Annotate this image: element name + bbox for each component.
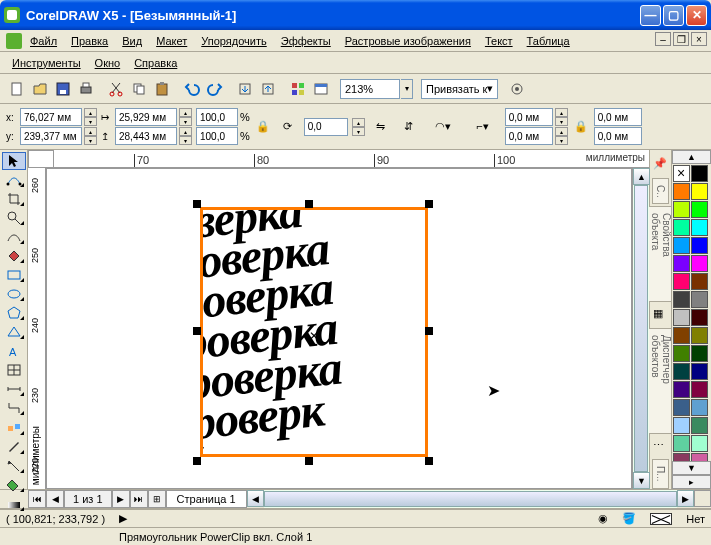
swatch[interactable] bbox=[691, 255, 708, 272]
page-next-button[interactable]: ▶ bbox=[112, 490, 130, 508]
selection-handle-nw[interactable] bbox=[193, 200, 201, 208]
lock-corner-button[interactable]: 🔒 bbox=[572, 108, 590, 146]
table-tool[interactable] bbox=[2, 361, 26, 379]
height-input[interactable] bbox=[115, 127, 177, 145]
horizontal-scrollbar[interactable]: ◀ ▶ bbox=[247, 490, 694, 508]
y-spinner[interactable]: ▴▾ bbox=[84, 127, 97, 145]
open-button[interactable] bbox=[29, 78, 51, 100]
page-tab-1[interactable]: Страница 1 bbox=[166, 490, 247, 508]
width-input[interactable] bbox=[115, 108, 177, 126]
polygon-tool[interactable] bbox=[2, 304, 26, 322]
swatch[interactable] bbox=[691, 363, 708, 380]
freehand-tool[interactable] bbox=[2, 228, 26, 246]
swatch[interactable] bbox=[691, 453, 708, 461]
swatch[interactable] bbox=[673, 417, 690, 434]
swatch[interactable] bbox=[673, 309, 690, 326]
menu-file[interactable]: Файл bbox=[24, 33, 63, 49]
swatch[interactable] bbox=[691, 417, 708, 434]
menu-text[interactable]: Текст bbox=[479, 33, 519, 49]
scroll-right-button[interactable]: ▶ bbox=[677, 490, 694, 507]
corner-radius-1[interactable]: 0,0 мм bbox=[505, 108, 553, 126]
scale-y-input[interactable] bbox=[196, 127, 238, 145]
menu-view[interactable]: Вид bbox=[116, 33, 148, 49]
ruler-horizontal[interactable]: 70 80 90 100 миллиметры bbox=[54, 150, 649, 168]
selection-handle-sw[interactable] bbox=[193, 457, 201, 465]
swatch[interactable] bbox=[673, 183, 690, 200]
undo-button[interactable] bbox=[181, 78, 203, 100]
y-position-input[interactable] bbox=[20, 127, 82, 145]
vertical-scrollbar[interactable]: ▲ ▼ bbox=[632, 168, 649, 489]
color-proof-icon[interactable]: ◉ bbox=[598, 512, 608, 525]
save-button[interactable] bbox=[52, 78, 74, 100]
corner-radius-2[interactable]: 0,0 мм bbox=[505, 127, 553, 145]
page-add-button[interactable]: ⊞ bbox=[148, 490, 166, 508]
selection-handle-e[interactable] bbox=[425, 327, 433, 335]
page-first-button[interactable]: ⏮ bbox=[28, 490, 46, 508]
h-spinner[interactable]: ▴▾ bbox=[179, 127, 192, 145]
outline-tool[interactable] bbox=[2, 457, 26, 475]
mirror-horizontal-button[interactable]: ⇋ bbox=[369, 115, 393, 139]
scale-x-input[interactable] bbox=[196, 108, 238, 126]
cr2-spinner[interactable]: ▴▾ bbox=[555, 127, 568, 145]
menu-bitmaps[interactable]: Растровые изображения bbox=[339, 33, 477, 49]
print-button[interactable] bbox=[75, 78, 97, 100]
smart-fill-tool[interactable] bbox=[2, 247, 26, 265]
w-spinner[interactable]: ▴▾ bbox=[179, 108, 192, 126]
mdi-minimize-button[interactable]: – bbox=[655, 32, 671, 46]
swatch[interactable] bbox=[673, 327, 690, 344]
swatch[interactable] bbox=[691, 183, 708, 200]
menu-layout[interactable]: Макет bbox=[150, 33, 193, 49]
x-position-input[interactable] bbox=[20, 108, 82, 126]
ruler-vertical[interactable]: 260 250 240 230 220 миллиметры bbox=[28, 168, 46, 489]
scroll-down-button[interactable]: ▼ bbox=[633, 472, 650, 489]
vscroll-thumb[interactable] bbox=[634, 185, 648, 472]
mdi-close-button[interactable]: × bbox=[691, 32, 707, 46]
swatch[interactable] bbox=[691, 399, 708, 416]
ruler-origin[interactable] bbox=[28, 150, 54, 168]
swatch[interactable] bbox=[691, 201, 708, 218]
rectangle-tool[interactable] bbox=[2, 266, 26, 284]
crop-tool[interactable] bbox=[2, 190, 26, 208]
menu-table[interactable]: Таблица bbox=[521, 33, 576, 49]
docker-hints[interactable]: С.. bbox=[652, 178, 669, 205]
menu-arrange[interactable]: Упорядочить bbox=[195, 33, 272, 49]
menu-tools[interactable]: Инструменты bbox=[6, 55, 87, 71]
swatch[interactable] bbox=[691, 327, 708, 344]
swatch[interactable] bbox=[673, 381, 690, 398]
window-minimize-button[interactable]: — bbox=[640, 5, 661, 26]
x-spinner[interactable]: ▴▾ bbox=[84, 108, 97, 126]
welcome-button[interactable] bbox=[310, 78, 332, 100]
docker-pin-icon[interactable]: 📌 bbox=[653, 157, 669, 173]
fill-none-swatch[interactable] bbox=[650, 513, 672, 525]
swatch[interactable] bbox=[691, 219, 708, 236]
snap-to-dropdown[interactable]: Привязать к ▾ bbox=[421, 79, 498, 99]
window-maximize-button[interactable]: ▢ bbox=[663, 5, 684, 26]
swatch[interactable] bbox=[673, 291, 690, 308]
swatch[interactable] bbox=[673, 399, 690, 416]
pick-tool[interactable] bbox=[2, 152, 26, 170]
paste-button[interactable] bbox=[151, 78, 173, 100]
mirror-vertical-button[interactable]: ⇵ bbox=[397, 115, 421, 139]
selection-handle-w[interactable] bbox=[193, 327, 201, 335]
cr1-spinner[interactable]: ▴▾ bbox=[555, 108, 568, 126]
lock-ratio-button[interactable]: 🔒 bbox=[254, 108, 272, 146]
mdi-restore-button[interactable]: ❐ bbox=[673, 32, 689, 46]
selection-center-marker[interactable]: ✕ bbox=[309, 329, 319, 343]
scroll-up-button[interactable]: ▲ bbox=[633, 168, 650, 185]
app-launcher-button[interactable] bbox=[287, 78, 309, 100]
swatch[interactable] bbox=[673, 201, 690, 218]
swatch-none[interactable] bbox=[673, 165, 690, 182]
swatch[interactable] bbox=[691, 165, 708, 182]
export-button[interactable] bbox=[257, 78, 279, 100]
fill-tool[interactable] bbox=[2, 476, 26, 494]
palette-scroll-up[interactable]: ▲ bbox=[672, 150, 711, 164]
swatch[interactable] bbox=[691, 237, 708, 254]
zoom-tool[interactable] bbox=[2, 209, 26, 227]
swatch[interactable] bbox=[691, 291, 708, 308]
swatch[interactable] bbox=[691, 435, 708, 452]
redo-button[interactable] bbox=[204, 78, 226, 100]
swatch[interactable] bbox=[673, 453, 690, 461]
basic-shapes-tool[interactable] bbox=[2, 323, 26, 341]
shape-tool[interactable] bbox=[2, 171, 26, 189]
eyedropper-tool[interactable] bbox=[2, 438, 26, 456]
